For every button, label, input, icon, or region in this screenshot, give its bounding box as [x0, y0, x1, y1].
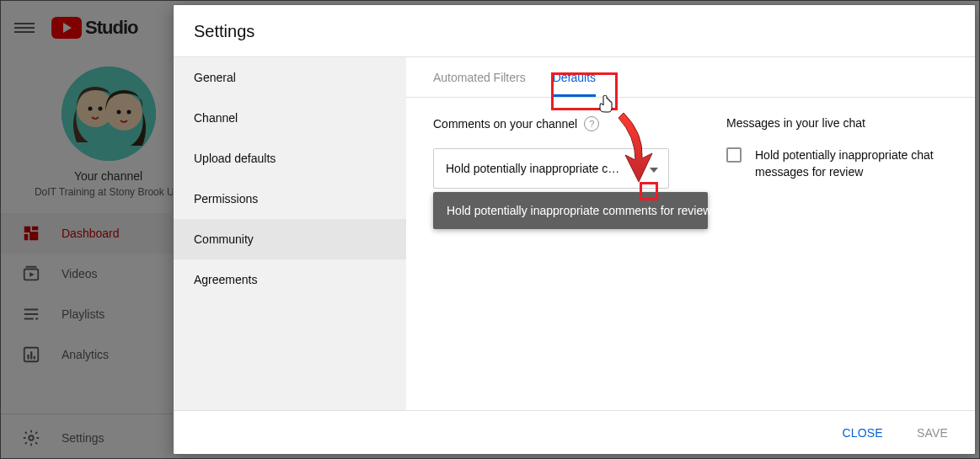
subtabs: Automated Filters Defaults	[406, 57, 975, 98]
subtab-automated-filters[interactable]: Automated Filters	[433, 57, 526, 97]
panel-content: Comments on your channel ? Hold potentia…	[406, 98, 975, 207]
comments-moderation-select[interactable]: Hold potentially inappropriate c…	[433, 148, 669, 189]
modal-footer: CLOSE SAVE	[174, 410, 975, 454]
select-value: Hold potentially inappropriate c…	[446, 162, 619, 175]
close-button[interactable]: CLOSE	[828, 419, 896, 446]
comments-heading-text: Comments on your channel	[433, 117, 577, 131]
livechat-heading-text: Messages in your live chat	[726, 116, 865, 130]
checkbox-icon	[726, 147, 742, 163]
modal-nav-label: Channel	[194, 111, 238, 125]
save-button[interactable]: SAVE	[903, 419, 961, 446]
modal-nav-community[interactable]: Community	[174, 219, 406, 259]
subtab-label: Automated Filters	[433, 71, 526, 84]
comments-column: Comments on your channel ? Hold potentia…	[433, 116, 686, 189]
dropdown-option-label: Hold potentially inappropriate comments …	[447, 204, 711, 217]
modal-nav-label: Permissions	[194, 192, 258, 205]
modal-nav-general[interactable]: General	[174, 57, 406, 98]
modal-nav-label: Agreements	[194, 273, 257, 286]
settings-modal: Settings General Channel Upload defaults…	[173, 4, 976, 455]
modal-nav-label: Upload defaults	[194, 152, 276, 165]
modal-left-nav: General Channel Upload defaults Permissi…	[174, 57, 406, 410]
modal-title: Settings	[174, 5, 975, 56]
modal-nav-agreements[interactable]: Agreements	[174, 259, 406, 300]
modal-nav-label: General	[194, 71, 236, 84]
modal-body: General Channel Upload defaults Permissi…	[174, 56, 975, 410]
comments-heading: Comments on your channel ?	[433, 116, 686, 131]
subtab-defaults[interactable]: Defaults	[553, 57, 596, 97]
modal-nav-channel[interactable]: Channel	[174, 98, 406, 138]
help-icon[interactable]: ?	[584, 116, 599, 131]
checkbox-label: Hold potentially inappropriate chat mess…	[755, 147, 948, 180]
modal-right-panel: Automated Filters Defaults Comments on y…	[406, 57, 975, 410]
subtab-label: Defaults	[553, 71, 596, 84]
modal-nav-label: Community	[194, 232, 254, 246]
livechat-heading: Messages in your live chat	[726, 116, 948, 130]
livechat-moderation-checkbox[interactable]: Hold potentially inappropriate chat mess…	[726, 147, 948, 180]
chevron-down-icon	[650, 162, 658, 175]
dropdown-option-hold-comments[interactable]: Hold potentially inappropriate comments …	[433, 192, 708, 229]
modal-nav-upload-defaults[interactable]: Upload defaults	[174, 138, 406, 179]
livechat-column: Messages in your live chat Hold potentia…	[726, 116, 948, 189]
modal-nav-permissions[interactable]: Permissions	[174, 179, 406, 219]
